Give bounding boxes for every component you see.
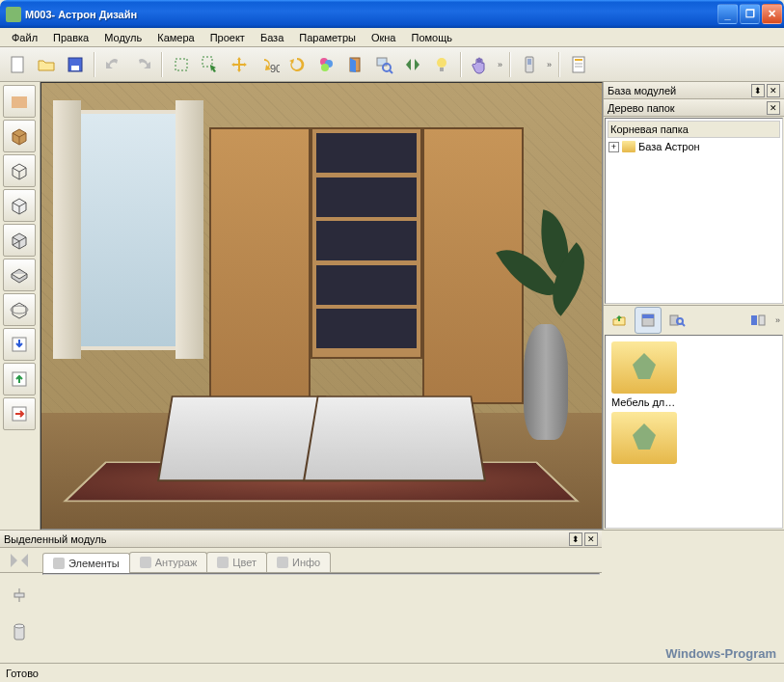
browser-item-label: Мебель для д... — [611, 394, 677, 408]
cube2-tool[interactable] — [3, 224, 36, 257]
tab-elements[interactable]: Элементы — [42, 553, 130, 573]
svg-line-12 — [390, 70, 392, 73]
svg-rect-21 — [12, 96, 27, 108]
tree-node[interactable]: + База Астрон — [608, 140, 780, 153]
browser-search-button[interactable] — [663, 307, 690, 334]
tree-close-icon[interactable]: ✕ — [767, 101, 780, 115]
menu-camera[interactable]: Камера — [149, 30, 202, 45]
slider-icon[interactable] — [11, 587, 28, 604]
property-content — [42, 573, 600, 575]
solid-box-tool[interactable] — [3, 120, 36, 152]
svg-rect-18 — [575, 59, 582, 61]
menu-project[interactable]: Проект — [203, 30, 253, 45]
modules-panel-header: База модулей ⬍ ✕ — [604, 82, 784, 99]
menu-database[interactable]: База — [253, 30, 291, 45]
close-button[interactable]: ✕ — [762, 4, 782, 24]
selected-module-header: Выделенный модуль ⬍ ✕ — [0, 531, 602, 548]
prev-next-icon[interactable] — [9, 552, 30, 569]
svg-rect-0 — [12, 57, 23, 72]
minimize-button[interactable]: _ — [717, 4, 738, 24]
save-button[interactable] — [62, 51, 89, 78]
status-text: Готово — [6, 668, 39, 679]
maximize-button[interactable]: ❐ — [740, 4, 760, 24]
browser-overflow[interactable]: » — [773, 315, 782, 325]
extrude-tool[interactable] — [3, 259, 36, 291]
tree-panel-header: Дерево папок ✕ — [604, 99, 784, 117]
selected-pin-icon[interactable]: ⬍ — [569, 532, 582, 546]
svg-rect-16 — [527, 59, 531, 65]
trash-icon[interactable] — [11, 621, 28, 641]
panel-close-icon[interactable]: ✕ — [767, 84, 780, 97]
property-tabs: Элементы Антураж Цвет Инфо — [0, 548, 602, 573]
palette-icon — [217, 557, 229, 568]
browser-item[interactable]: Мебель для д... — [611, 341, 677, 408]
browser-layout-button[interactable] — [744, 307, 771, 334]
zoom-window-button[interactable] — [370, 51, 397, 78]
browser-view-button[interactable] — [635, 307, 662, 334]
3d-viewport[interactable] — [41, 82, 603, 530]
mirror-button[interactable] — [399, 51, 426, 78]
redo-button[interactable] — [129, 51, 156, 78]
folder-thumbnail-icon — [611, 341, 677, 394]
tree-root-label: Корневая папка — [608, 121, 780, 138]
open-button[interactable] — [33, 51, 60, 78]
texture-tool[interactable] — [3, 85, 36, 118]
window-title: М003- Астрон Дизайн — [25, 9, 716, 20]
rotate3d-tool[interactable] — [3, 293, 36, 326]
toolbar-overflow-1[interactable]: » — [496, 60, 504, 69]
import-tool[interactable] — [3, 328, 36, 361]
expand-icon[interactable]: + — [608, 142, 619, 152]
svg-point-13 — [437, 58, 446, 68]
rotate90-button[interactable]: 90 — [255, 51, 282, 78]
menu-parameters[interactable]: Параметры — [291, 30, 364, 45]
cube-tool[interactable] — [3, 189, 36, 222]
svg-point-22 — [11, 306, 28, 314]
browser-item[interactable] — [611, 412, 677, 464]
rotate-button[interactable] — [284, 51, 311, 78]
menu-edit[interactable]: Правка — [45, 30, 96, 45]
svg-rect-14 — [440, 68, 444, 71]
svg-point-8 — [321, 64, 329, 71]
svg-text:90: 90 — [270, 63, 280, 74]
export-tool[interactable] — [3, 397, 36, 430]
undo-button[interactable] — [100, 51, 127, 78]
report-button[interactable] — [565, 51, 592, 78]
materials-button[interactable] — [312, 51, 339, 78]
panel-pin-icon[interactable]: ⬍ — [751, 84, 765, 97]
svg-rect-32 — [759, 315, 765, 325]
title-bar: М003- Астрон Дизайн _ ❐ ✕ — [0, 0, 784, 28]
menu-module[interactable]: Модуль — [96, 30, 149, 45]
eject-tool[interactable] — [3, 363, 36, 396]
grid-icon — [53, 558, 65, 569]
select-rect-button[interactable] — [168, 51, 195, 78]
vertical-toolbar — [0, 82, 41, 530]
browser-up-button[interactable] — [606, 307, 633, 334]
door-button[interactable] — [341, 51, 368, 78]
select-arrow-button[interactable] — [197, 51, 224, 78]
menu-windows[interactable]: Окна — [364, 30, 404, 45]
new-button[interactable] — [4, 51, 31, 78]
menu-file[interactable]: Файл — [4, 30, 45, 45]
folder-thumbnail-icon — [611, 412, 677, 464]
watermark-text: Windows-Program — [665, 646, 776, 661]
svg-rect-27 — [642, 314, 654, 318]
phone-button[interactable] — [516, 51, 543, 78]
toolbar-overflow-2[interactable]: » — [545, 60, 554, 69]
light-button[interactable] — [428, 51, 455, 78]
move-button[interactable] — [226, 51, 253, 78]
pan-button[interactable] — [467, 51, 494, 78]
right-panel: База модулей ⬍ ✕ Дерево папок ✕ Корневая… — [603, 82, 784, 530]
info-icon — [277, 557, 288, 568]
menu-help[interactable]: Помощь — [403, 30, 460, 45]
app-icon — [6, 7, 21, 22]
folder-tree[interactable]: Корневая папка + База Астрон — [605, 118, 783, 304]
tab-entourage[interactable]: Антураж — [129, 552, 208, 572]
tab-color[interactable]: Цвет — [206, 552, 267, 572]
wireframe-tool[interactable] — [3, 154, 36, 187]
module-browser[interactable]: Мебель для д... — [605, 335, 783, 529]
selected-module-title: Выделенный модуль — [4, 533, 567, 545]
main-toolbar: 90 » » — [0, 47, 784, 82]
tab-info[interactable]: Инфо — [266, 552, 331, 572]
selected-close-icon[interactable]: ✕ — [584, 532, 598, 546]
svg-rect-2 — [71, 66, 79, 70]
